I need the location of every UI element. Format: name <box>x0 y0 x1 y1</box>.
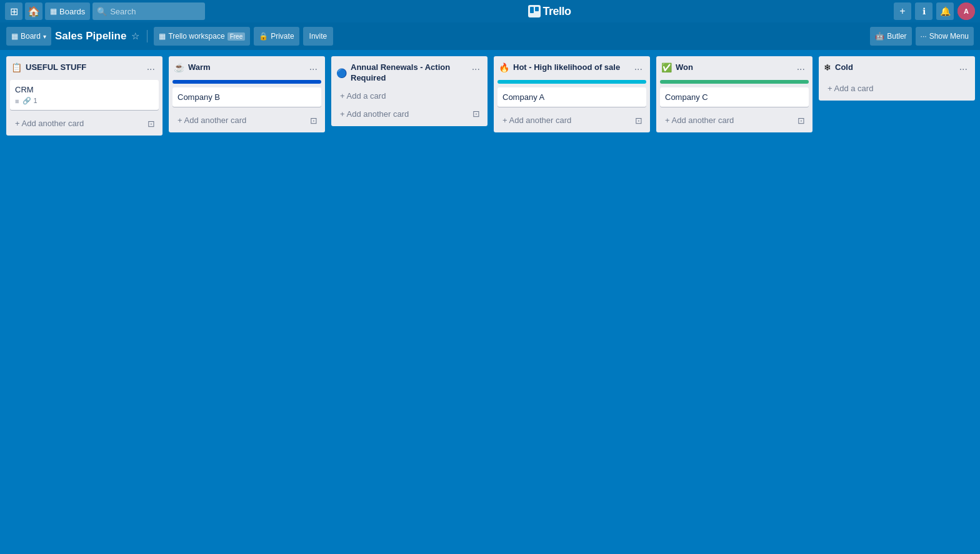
list-title-annual-renewals: Annual Renewals - Action Required <box>351 62 467 84</box>
template-button-won[interactable]: ⊡ <box>794 113 809 128</box>
board-view-button[interactable]: ▦ Board ▾ <box>6 27 51 46</box>
list-won: ✅Won···Company C+ Add another card⊡ <box>656 56 812 132</box>
add-icon: + <box>899 6 905 17</box>
add-card-row-won: + Add another card⊡ <box>660 112 809 129</box>
list-title-useful-stuff: USEFUL STUFF <box>26 62 86 73</box>
list-menu-button-hot[interactable]: ··· <box>632 62 645 76</box>
list-menu-button-annual-renewals[interactable]: ··· <box>469 62 482 76</box>
card-company-b[interactable]: Company B <box>172 87 321 107</box>
list-warm: ☕Warm···Company B+ Add another card⊡ <box>169 56 325 132</box>
invite-button[interactable]: Invite <box>303 27 334 46</box>
nav-left: ⊞ 🏠 ▦ Boards 🔍 <box>5 2 205 20</box>
list-useful-stuff: 📋USEFUL STUFF···CRM≡🔗 1+ Add another car… <box>6 56 162 136</box>
add-card-row-hot: + Add another card⊡ <box>498 112 646 129</box>
show-menu-button[interactable]: ··· Show Menu <box>916 27 974 46</box>
list-header-useful-stuff: 📋USEFUL STUFF··· <box>10 60 159 80</box>
list-annual-renewals: 🔵Annual Renewals - Action Required···+ A… <box>331 56 488 126</box>
boards-button[interactable]: ▦ Boards <box>45 2 90 20</box>
boards-label: Boards <box>59 7 85 16</box>
nav-right: + ℹ 🔔 A <box>894 2 975 20</box>
card-text-company-c: Company C <box>665 92 804 102</box>
list-header-annual-renewals: 🔵Annual Renewals - Action Required··· <box>335 60 484 87</box>
list-header-hot: 🔥Hot - High likelihood of sale··· <box>498 60 646 80</box>
notification-button[interactable]: 🔔 <box>936 2 954 20</box>
board-view-icon: ▦ <box>11 32 18 41</box>
butler-label: Butler <box>887 32 906 41</box>
list-icon-annual-renewals: 🔵 <box>336 68 347 78</box>
template-button-hot[interactable]: ⊡ <box>631 113 646 128</box>
card-meta-crm: ≡🔗 1 <box>15 97 154 105</box>
list-cold: ❄Cold···+ Add a card <box>819 56 975 101</box>
butler-icon: 🤖 <box>875 32 884 41</box>
apps-button[interactable]: ⊞ <box>5 2 22 20</box>
list-color-bar-hot <box>498 80 646 84</box>
add-another-card-button-hot[interactable]: + Add another card <box>498 112 631 129</box>
add-another-card-button-warm[interactable]: + Add another card <box>172 112 306 129</box>
card-text-company-a: Company A <box>502 92 641 102</box>
list-menu-button-useful-stuff[interactable]: ··· <box>144 62 158 76</box>
search-input[interactable] <box>92 2 205 20</box>
board-nav-right: 🤖 Butler ··· Show Menu <box>870 27 974 46</box>
add-card-row-warm: + Add another card⊡ <box>172 112 321 129</box>
star-button[interactable]: ☆ <box>130 29 141 43</box>
list-icon-warm: ☕ <box>174 62 184 72</box>
template-button-annual-renewals[interactable]: ⊡ <box>469 106 484 121</box>
list-icon-cold: ❄ <box>824 62 831 72</box>
list-title-cold: Cold <box>835 62 853 73</box>
apps-icon: ⊞ <box>10 6 18 17</box>
logo-text: Trello <box>543 5 571 18</box>
list-header-warm: ☕Warm··· <box>172 60 321 80</box>
list-icon-hot: 🔥 <box>499 62 509 72</box>
card-crm[interactable]: CRM≡🔗 1 <box>10 80 159 110</box>
avatar[interactable]: A <box>958 2 975 20</box>
list-title-wrap-annual-renewals: 🔵Annual Renewals - Action Required <box>336 62 467 84</box>
star-icon: ☆ <box>131 31 139 41</box>
notification-icon: 🔔 <box>940 6 951 16</box>
show-menu-label: Show Menu <box>929 32 969 41</box>
svg-rect-2 <box>535 7 539 11</box>
add-a-card-button-annual-renewals[interactable]: + Add a card <box>335 87 484 104</box>
home-button[interactable]: 🏠 <box>25 2 42 20</box>
info-button[interactable]: ℹ <box>915 2 932 20</box>
card-meta-attach-crm: 🔗 1 <box>22 97 37 105</box>
top-navigation: ⊞ 🏠 ▦ Boards 🔍 Trello + ℹ <box>0 0 980 22</box>
board-title[interactable]: Sales Pipeline <box>55 30 126 42</box>
list-title-warm: Warm <box>188 62 211 73</box>
add-another-card-button-annual-renewals[interactable]: + Add another card <box>335 106 469 122</box>
avatar-initials: A <box>958 2 975 20</box>
info-icon: ℹ <box>922 6 926 16</box>
board-dropdown-icon: ▾ <box>43 33 46 40</box>
card-company-a[interactable]: Company A <box>498 87 646 107</box>
template-button-useful-stuff[interactable]: ⊡ <box>144 116 159 131</box>
workspace-grid-icon: ▦ <box>159 32 166 41</box>
add-button[interactable]: + <box>894 2 911 20</box>
free-tag: Free <box>228 32 246 41</box>
list-menu-button-cold[interactable]: ··· <box>957 62 970 76</box>
list-menu-button-won[interactable]: ··· <box>794 62 808 76</box>
butler-button[interactable]: 🤖 Butler <box>870 27 911 46</box>
list-hot: 🔥Hot - High likelihood of sale···Company… <box>494 56 650 132</box>
board-nav-left: ▦ Board ▾ Sales Pipeline ☆ ▦ Trello work… <box>6 27 333 46</box>
list-title-wrap-warm: ☕Warm <box>174 62 304 73</box>
add-a-card-button-cold[interactable]: + Add a card <box>822 80 971 97</box>
list-title-wrap-hot: 🔥Hot - High likelihood of sale <box>499 62 629 73</box>
add-another-card-button-won[interactable]: + Add another card <box>660 112 794 129</box>
private-button[interactable]: 🔒 Private <box>254 27 299 46</box>
card-text-company-b: Company B <box>178 92 316 102</box>
list-color-bar-warm <box>172 80 321 84</box>
list-icon-useful-stuff: 📋 <box>11 62 22 72</box>
trello-logo: Trello <box>528 5 571 18</box>
boards-icon: ▦ <box>50 7 57 16</box>
list-title-wrap-useful-stuff: 📋USEFUL STUFF <box>11 62 142 73</box>
workspace-button[interactable]: ▦ Trello workspace Free <box>154 27 250 46</box>
add-another-card-button-useful-stuff[interactable]: + Add another card <box>10 115 144 132</box>
list-header-cold: ❄Cold··· <box>822 60 971 80</box>
show-menu-dots-icon: ··· <box>921 32 927 41</box>
template-button-warm[interactable]: ⊡ <box>306 113 321 128</box>
home-icon: 🏠 <box>28 6 40 17</box>
list-menu-button-warm[interactable]: ··· <box>307 62 320 76</box>
card-company-c[interactable]: Company C <box>660 87 809 107</box>
svg-rect-1 <box>530 7 534 13</box>
add-card-row-useful-stuff: + Add another card⊡ <box>10 115 159 132</box>
list-icon-won: ✅ <box>661 62 672 72</box>
